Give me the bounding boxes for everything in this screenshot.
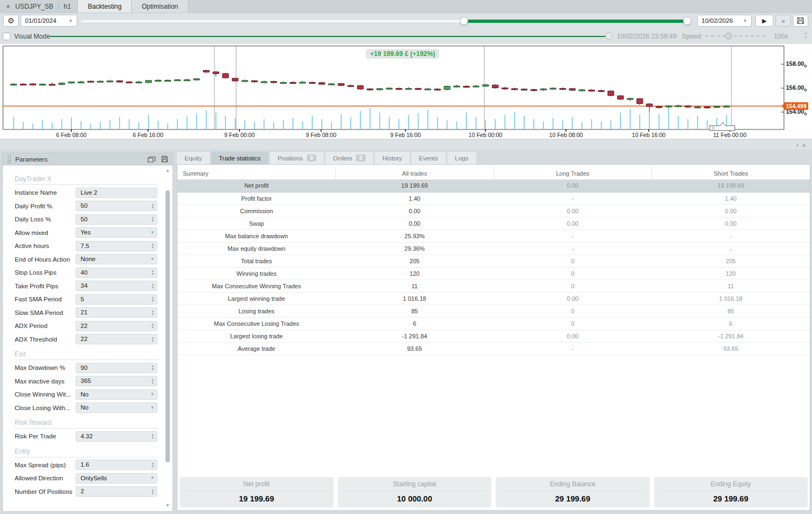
scroll-down-icon[interactable]: ▼ bbox=[164, 503, 171, 508]
stepper-arrows-icon[interactable]: ▲▼ bbox=[151, 335, 155, 344]
stepper-arrows-icon[interactable]: ▲▼ bbox=[151, 376, 155, 386]
parameter-stepper[interactable]: 365▲▼ bbox=[76, 376, 157, 386]
table-row[interactable]: Swap0.000.000.00 bbox=[177, 217, 810, 230]
stats-tab-orders[interactable]: Orders0 bbox=[325, 152, 373, 164]
stepper-arrows-icon[interactable]: ▲▼ bbox=[151, 432, 155, 441]
parameters-header[interactable]: Parameters bbox=[2, 153, 173, 165]
time-slider-handle[interactable] bbox=[605, 32, 613, 40]
parameters-scrollbar[interactable]: ▲ ▼ bbox=[164, 166, 171, 509]
table-row[interactable]: Profit factor1.40-1.40 bbox=[177, 192, 810, 205]
drag-grip-icon[interactable] bbox=[7, 155, 11, 163]
parameter-select[interactable]: None▼ bbox=[76, 254, 157, 264]
stepper-arrows-icon[interactable]: ▲▼ bbox=[151, 487, 155, 496]
parameter-stepper[interactable]: 90▲▼ bbox=[76, 363, 157, 373]
time-marker-flag[interactable] bbox=[709, 122, 735, 131]
candlestick-chart[interactable]: +19 199.69 £ (+192%) 6 Feb 08:006 Feb 16… bbox=[0, 44, 812, 139]
stepper-arrows-icon[interactable]: ▲▼ bbox=[151, 201, 155, 210]
scroll-dot-icon[interactable]: ● bbox=[796, 143, 799, 148]
scroll-up-icon[interactable]: ▲ bbox=[164, 168, 171, 173]
chevron-down-icon[interactable]: ▼ bbox=[150, 255, 155, 264]
table-row[interactable]: Average trade93.65-93.65 bbox=[177, 342, 810, 355]
save-parameters-icon[interactable] bbox=[161, 156, 168, 163]
table-row[interactable]: Total trades2050205 bbox=[177, 255, 810, 267]
parameter-select[interactable]: No▼ bbox=[76, 402, 157, 413]
stepper-arrows-icon[interactable]: ▲▼ bbox=[151, 321, 155, 331]
parameter-label: Allowed Direction bbox=[15, 475, 76, 481]
table-row[interactable]: Commission0.000.000.00 bbox=[177, 205, 810, 217]
parameter-select[interactable]: Yes▼ bbox=[76, 227, 157, 238]
parameter-row: Risk Per Trade4.32▲▼ bbox=[15, 430, 158, 443]
table-row[interactable]: Max Consecutive Winning Trades11011 bbox=[177, 280, 810, 292]
chevron-down-icon[interactable]: ▼ bbox=[150, 228, 155, 237]
end-date-select[interactable]: 10/02/2026 ▼ bbox=[697, 15, 752, 27]
tab-optimisation[interactable]: Optimisation bbox=[132, 0, 188, 13]
parameter-stepper[interactable]: 22▲▼ bbox=[76, 334, 157, 344]
save-report-button[interactable] bbox=[793, 15, 808, 27]
speed-slider-handle[interactable] bbox=[725, 33, 732, 40]
parameter-stepper[interactable]: 50▲▼ bbox=[76, 201, 157, 211]
start-date-select[interactable]: 01/01/2024 ▼ bbox=[21, 15, 77, 27]
time-slider-track[interactable] bbox=[50, 36, 608, 37]
stepper-arrows-icon[interactable]: ▲▼ bbox=[151, 268, 155, 277]
stepper-arrows-icon[interactable]: ▲▼ bbox=[151, 215, 155, 224]
visual-mode-checkbox[interactable] bbox=[3, 33, 10, 40]
table-row[interactable]: Max balance drawdown25.93%-- bbox=[177, 230, 810, 242]
table-row[interactable]: Max equity drawdown29.36%-- bbox=[177, 242, 810, 255]
scroll-right-icon[interactable]: ▶ bbox=[803, 143, 807, 148]
stats-tab-logs[interactable]: Logs bbox=[447, 152, 476, 164]
parameter-stepper[interactable]: 2▲▼ bbox=[76, 486, 157, 497]
stepper-arrows-icon[interactable]: ▲▼ bbox=[151, 460, 155, 469]
parameter-input[interactable]: Live 2 bbox=[76, 188, 157, 198]
stepper-arrows-icon[interactable]: ▲▼ bbox=[151, 241, 155, 251]
parameter-select[interactable]: OnlySells▼ bbox=[76, 473, 157, 484]
speed-slider-track[interactable] bbox=[705, 35, 765, 36]
parameter-stepper[interactable]: 21▲▼ bbox=[76, 307, 157, 318]
table-column-header[interactable]: All trades bbox=[336, 168, 494, 179]
stats-tab-positions[interactable]: Positions0 bbox=[270, 152, 324, 164]
stepper-arrows-icon[interactable]: ▲▼ bbox=[151, 281, 155, 290]
stats-tab-events[interactable]: Events bbox=[411, 152, 446, 164]
range-handle-left[interactable] bbox=[460, 17, 468, 25]
speed-stepper[interactable]: ▲▼ bbox=[804, 31, 808, 40]
stat-value-cell: 25.93% bbox=[336, 230, 494, 242]
current-timestamp: 10/02/2026 23:59:49 bbox=[617, 33, 676, 40]
parameter-select[interactable]: No▼ bbox=[76, 389, 157, 400]
chart-scrollbar[interactable]: ● ▶ bbox=[0, 139, 812, 150]
parameter-stepper[interactable]: 50▲▼ bbox=[76, 214, 157, 225]
table-column-header[interactable]: Long Trades bbox=[494, 168, 652, 179]
parameter-stepper[interactable]: 1.6▲▼ bbox=[76, 460, 157, 470]
play-button[interactable]: ▶ bbox=[755, 15, 773, 27]
table-column-header[interactable]: Summary bbox=[177, 168, 336, 179]
table-row[interactable]: Max Consecutive Losing Trades606 bbox=[177, 317, 810, 330]
stepper-arrows-icon[interactable]: ▲▼ bbox=[151, 308, 155, 317]
parameter-stepper[interactable]: 7.5▲▼ bbox=[76, 241, 157, 251]
table-row[interactable]: Losing trades85085 bbox=[177, 305, 810, 317]
chevron-down-icon[interactable]: ▼ bbox=[150, 474, 155, 483]
table-row[interactable]: Winning trades1200120 bbox=[177, 267, 810, 280]
tab-symbol[interactable]: USDJPY_SB h1 bbox=[0, 0, 77, 13]
stepper-arrows-icon[interactable]: ▲▼ bbox=[151, 295, 155, 304]
parameter-stepper[interactable]: 5▲▼ bbox=[76, 294, 157, 305]
settings-button[interactable]: ⚙ bbox=[3, 15, 19, 27]
summary-boxes: Net profit19 199.69Starting capital10 00… bbox=[177, 474, 810, 510]
stop-button[interactable]: ■ bbox=[776, 15, 791, 27]
x-axis-label: 9 Feb 00:00 bbox=[215, 132, 264, 138]
load-panel-icon[interactable] bbox=[147, 156, 156, 163]
range-handle-right[interactable] bbox=[683, 17, 691, 25]
stepper-arrows-icon[interactable]: ▲▼ bbox=[151, 363, 155, 373]
table-row[interactable]: Largest losing trade-1 291.840.00-1 291.… bbox=[177, 330, 810, 342]
stats-tab-equity[interactable]: Equity bbox=[177, 152, 210, 164]
chevron-down-icon[interactable]: ▼ bbox=[150, 403, 155, 412]
tab-backtesting[interactable]: Backtesting bbox=[77, 0, 132, 13]
parameter-stepper[interactable]: 22▲▼ bbox=[76, 321, 157, 331]
stats-tab-history[interactable]: History bbox=[375, 152, 410, 164]
parameter-stepper[interactable]: 34▲▼ bbox=[76, 281, 157, 291]
chevron-down-icon[interactable]: ▼ bbox=[150, 390, 155, 399]
table-column-header[interactable]: Short Trades bbox=[652, 168, 810, 179]
table-row[interactable]: Largest winning trade1 016.180.001 016.1… bbox=[177, 292, 810, 305]
stats-tab-trade-statistics[interactable]: Trade statistics bbox=[211, 152, 268, 164]
table-row[interactable]: Net profit19 199.690.0019 199.69 bbox=[177, 179, 810, 192]
scrollbar-thumb[interactable] bbox=[165, 190, 170, 462]
parameter-stepper[interactable]: 4.32▲▼ bbox=[76, 431, 157, 442]
parameter-stepper[interactable]: 40▲▼ bbox=[76, 268, 157, 278]
